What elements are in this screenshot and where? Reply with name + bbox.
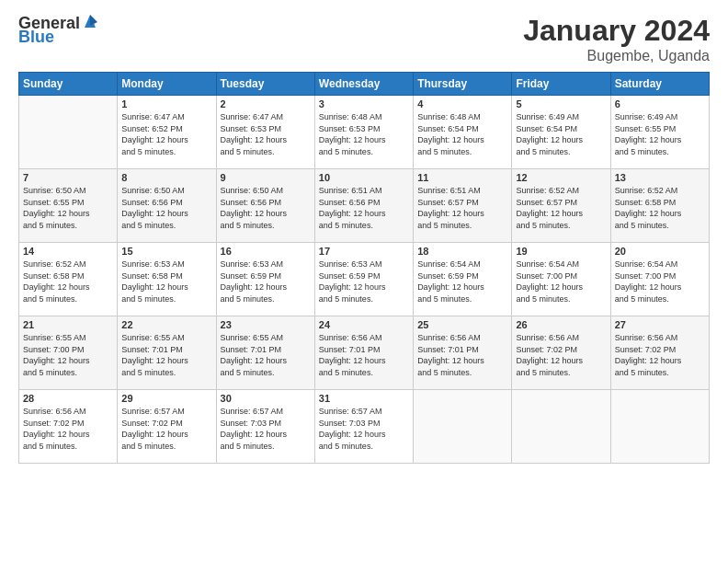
day-number: 28 — [23, 393, 113, 404]
cell-w1-d0: 7Sunrise: 6:50 AM Sunset: 6:55 PM Daylig… — [19, 169, 118, 243]
cell-w3-d0: 21Sunrise: 6:55 AM Sunset: 7:00 PM Dayli… — [19, 316, 118, 390]
col-tuesday: Tuesday — [216, 73, 314, 96]
day-number: 29 — [121, 393, 211, 404]
day-number: 4 — [417, 98, 507, 109]
cell-w4-d3: 31Sunrise: 6:57 AM Sunset: 7:03 PM Dayli… — [314, 390, 413, 464]
day-number: 6 — [615, 98, 705, 109]
day-info: Sunrise: 6:55 AM Sunset: 7:00 PM Dayligh… — [23, 332, 113, 378]
day-number: 9 — [221, 172, 311, 183]
cell-w0-d0 — [19, 96, 118, 169]
day-info: Sunrise: 6:54 AM Sunset: 7:00 PM Dayligh… — [516, 259, 606, 304]
day-info: Sunrise: 6:51 AM Sunset: 6:56 PM Dayligh… — [319, 185, 409, 231]
cell-w3-d3: 24Sunrise: 6:56 AM Sunset: 7:01 PM Dayli… — [314, 316, 413, 390]
cell-w2-d3: 17Sunrise: 6:53 AM Sunset: 6:59 PM Dayli… — [314, 243, 413, 316]
day-info: Sunrise: 6:56 AM Sunset: 7:02 PM Dayligh… — [615, 332, 705, 378]
cell-w4-d5 — [512, 390, 610, 464]
day-number: 13 — [615, 172, 705, 183]
week-row-0: 1Sunrise: 6:47 AM Sunset: 6:52 PM Daylig… — [19, 96, 710, 169]
day-number: 26 — [516, 319, 606, 330]
day-number: 20 — [615, 246, 705, 257]
day-info: Sunrise: 6:47 AM Sunset: 6:52 PM Dayligh… — [121, 111, 211, 157]
day-info: Sunrise: 6:52 AM Sunset: 6:58 PM Dayligh… — [615, 185, 705, 231]
cell-w0-d5: 5Sunrise: 6:49 AM Sunset: 6:54 PM Daylig… — [512, 96, 610, 169]
day-number: 24 — [319, 319, 409, 330]
day-info: Sunrise: 6:53 AM Sunset: 6:58 PM Dayligh… — [121, 259, 211, 304]
location: Bugembe, Uganda — [523, 48, 710, 64]
day-info: Sunrise: 6:56 AM Sunset: 7:01 PM Dayligh… — [319, 332, 409, 378]
week-row-1: 7Sunrise: 6:50 AM Sunset: 6:55 PM Daylig… — [19, 169, 710, 243]
cell-w2-d1: 15Sunrise: 6:53 AM Sunset: 6:58 PM Dayli… — [118, 243, 216, 316]
cell-w3-d5: 26Sunrise: 6:56 AM Sunset: 7:02 PM Dayli… — [512, 316, 610, 390]
calendar-table: Sunday Monday Tuesday Wednesday Thursday… — [18, 72, 710, 464]
cell-w4-d4 — [414, 390, 512, 464]
col-friday: Friday — [512, 73, 610, 96]
day-info: Sunrise: 6:47 AM Sunset: 6:53 PM Dayligh… — [221, 111, 311, 157]
day-number: 21 — [23, 319, 113, 330]
cell-w1-d3: 10Sunrise: 6:51 AM Sunset: 6:56 PM Dayli… — [314, 169, 413, 243]
cell-w3-d2: 23Sunrise: 6:55 AM Sunset: 7:01 PM Dayli… — [216, 316, 314, 390]
logo-icon — [81, 11, 99, 29]
day-number: 23 — [221, 319, 311, 330]
day-number: 12 — [516, 172, 606, 183]
cell-w1-d5: 12Sunrise: 6:52 AM Sunset: 6:57 PM Dayli… — [512, 169, 610, 243]
col-saturday: Saturday — [610, 73, 709, 96]
cell-w2-d5: 19Sunrise: 6:54 AM Sunset: 7:00 PM Dayli… — [512, 243, 610, 316]
day-info: Sunrise: 6:53 AM Sunset: 6:59 PM Dayligh… — [319, 259, 409, 304]
day-number: 1 — [121, 98, 211, 109]
cell-w1-d2: 9Sunrise: 6:50 AM Sunset: 6:56 PM Daylig… — [216, 169, 314, 243]
day-info: Sunrise: 6:57 AM Sunset: 7:03 PM Dayligh… — [221, 406, 311, 452]
day-number: 5 — [516, 98, 606, 109]
day-info: Sunrise: 6:52 AM Sunset: 6:57 PM Dayligh… — [516, 185, 606, 231]
week-row-2: 14Sunrise: 6:52 AM Sunset: 6:58 PM Dayli… — [19, 243, 710, 316]
day-info: Sunrise: 6:49 AM Sunset: 6:55 PM Dayligh… — [615, 111, 705, 157]
cell-w3-d4: 25Sunrise: 6:56 AM Sunset: 7:01 PM Dayli… — [414, 316, 512, 390]
day-info: Sunrise: 6:51 AM Sunset: 6:57 PM Dayligh… — [417, 185, 507, 231]
day-number: 16 — [221, 246, 311, 257]
cell-w0-d4: 4Sunrise: 6:48 AM Sunset: 6:54 PM Daylig… — [414, 96, 512, 169]
day-number: 17 — [319, 246, 409, 257]
day-info: Sunrise: 6:55 AM Sunset: 7:01 PM Dayligh… — [221, 332, 311, 378]
day-info: Sunrise: 6:53 AM Sunset: 6:59 PM Dayligh… — [221, 259, 311, 304]
cell-w4-d0: 28Sunrise: 6:56 AM Sunset: 7:02 PM Dayli… — [19, 390, 118, 464]
col-wednesday: Wednesday — [314, 73, 413, 96]
day-info: Sunrise: 6:57 AM Sunset: 7:02 PM Dayligh… — [121, 406, 211, 452]
day-info: Sunrise: 6:55 AM Sunset: 7:01 PM Dayligh… — [121, 332, 211, 378]
cell-w4-d6 — [610, 390, 709, 464]
day-number: 25 — [417, 319, 507, 330]
title-area: January 2024 Bugembe, Uganda — [523, 14, 710, 64]
day-info: Sunrise: 6:48 AM Sunset: 6:53 PM Dayligh… — [319, 111, 409, 157]
cell-w1-d1: 8Sunrise: 6:50 AM Sunset: 6:56 PM Daylig… — [118, 169, 216, 243]
day-info: Sunrise: 6:48 AM Sunset: 6:54 PM Dayligh… — [417, 111, 507, 157]
cell-w0-d1: 1Sunrise: 6:47 AM Sunset: 6:52 PM Daylig… — [118, 96, 216, 169]
header-row: Sunday Monday Tuesday Wednesday Thursday… — [19, 73, 710, 96]
day-number: 18 — [417, 246, 507, 257]
day-info: Sunrise: 6:54 AM Sunset: 7:00 PM Dayligh… — [615, 259, 705, 304]
day-number: 8 — [121, 172, 211, 183]
cell-w0-d2: 2Sunrise: 6:47 AM Sunset: 6:53 PM Daylig… — [216, 96, 314, 169]
day-number: 7 — [23, 172, 113, 183]
cell-w0-d3: 3Sunrise: 6:48 AM Sunset: 6:53 PM Daylig… — [314, 96, 413, 169]
day-info: Sunrise: 6:50 AM Sunset: 6:55 PM Dayligh… — [23, 185, 113, 231]
day-number: 19 — [516, 246, 606, 257]
day-number: 10 — [319, 172, 409, 183]
week-row-4: 28Sunrise: 6:56 AM Sunset: 7:02 PM Dayli… — [19, 390, 710, 464]
cell-w2-d4: 18Sunrise: 6:54 AM Sunset: 6:59 PM Dayli… — [414, 243, 512, 316]
day-number: 22 — [121, 319, 211, 330]
cell-w2-d2: 16Sunrise: 6:53 AM Sunset: 6:59 PM Dayli… — [216, 243, 314, 316]
day-number: 3 — [319, 98, 409, 109]
month-title: January 2024 — [523, 14, 710, 48]
cell-w1-d4: 11Sunrise: 6:51 AM Sunset: 6:57 PM Dayli… — [414, 169, 512, 243]
logo: General Blue — [18, 14, 99, 47]
cell-w3-d1: 22Sunrise: 6:55 AM Sunset: 7:01 PM Dayli… — [118, 316, 216, 390]
cell-w3-d6: 27Sunrise: 6:56 AM Sunset: 7:02 PM Dayli… — [610, 316, 709, 390]
day-info: Sunrise: 6:56 AM Sunset: 7:01 PM Dayligh… — [417, 332, 507, 378]
header: General Blue January 2024 Bugembe, Ugand… — [18, 14, 710, 64]
cell-w0-d6: 6Sunrise: 6:49 AM Sunset: 6:55 PM Daylig… — [610, 96, 709, 169]
col-thursday: Thursday — [414, 73, 512, 96]
day-info: Sunrise: 6:57 AM Sunset: 7:03 PM Dayligh… — [319, 406, 409, 452]
day-info: Sunrise: 6:50 AM Sunset: 6:56 PM Dayligh… — [221, 185, 311, 231]
day-number: 15 — [121, 246, 211, 257]
day-number: 31 — [319, 393, 409, 404]
day-info: Sunrise: 6:56 AM Sunset: 7:02 PM Dayligh… — [23, 406, 113, 452]
day-info: Sunrise: 6:50 AM Sunset: 6:56 PM Dayligh… — [121, 185, 211, 231]
